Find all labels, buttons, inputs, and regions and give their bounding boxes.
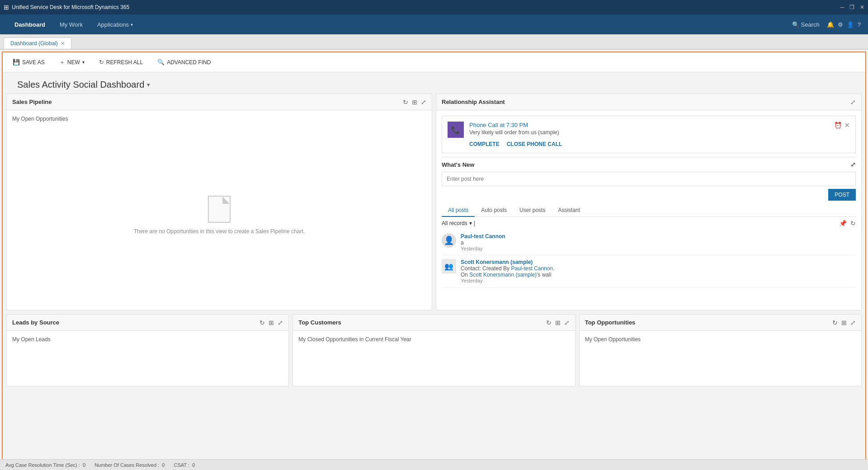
whats-new-expand-icon[interactable]: ⤢ (850, 161, 856, 168)
top-opp-title: Top Opportunities (585, 319, 636, 326)
leads-refresh-icon[interactable]: ↻ (259, 319, 265, 326)
save-as-icon: 💾 (13, 59, 20, 66)
top-customers-expand-icon[interactable]: ⤢ (564, 319, 570, 326)
leads-subtitle: My Open Leads (12, 336, 283, 343)
app-title: Unified Service Desk for Microsoft Dynam… (12, 4, 840, 10)
post-link-author[interactable]: Paul-test Cannon (511, 265, 553, 272)
post-time-1: Yesterday (461, 246, 856, 251)
tab-assistant[interactable]: Assistant (552, 204, 586, 216)
advanced-find-button[interactable]: 🔍 ADVANCED FIND (155, 57, 213, 67)
nav-dashboard[interactable]: Dashboard (7, 14, 52, 34)
search-button[interactable]: 🔍 Search (788, 19, 823, 30)
top-customers-refresh-icon[interactable]: ↻ (546, 319, 552, 326)
records-actions: 📌 ↻ (839, 220, 856, 227)
post-time-2: Yesterday (461, 278, 856, 283)
sales-pipeline-subtitle: My Open Opportunities (12, 116, 426, 122)
whats-new-section: What's New ⤢ POST All posts Auto posts U… (442, 157, 856, 287)
minimize-button[interactable]: ─ (840, 4, 844, 10)
help-icon[interactable]: ? (858, 21, 861, 28)
top-opp-subtitle: My Open Opportunities (585, 336, 856, 343)
post-item-2: 👥 Scott Konersmann (sample) Contact: Cre… (442, 255, 856, 287)
advanced-find-icon: 🔍 (157, 59, 165, 66)
new-icon: ＋ (59, 58, 65, 66)
sales-pipeline-widget: Sales Pipeline ↻ ⊞ ⤢ My Open Opportuniti… (6, 94, 432, 310)
sales-pipeline-header: Sales Pipeline ↻ ⊞ ⤢ (7, 94, 432, 110)
post-author-1[interactable]: Paul-test Cannon (461, 233, 856, 240)
top-customers-body: My Closed Opportunities in Current Fisca… (293, 331, 575, 386)
pin-icon[interactable]: 📌 (839, 220, 847, 227)
refresh-all-button[interactable]: ↻ REFRESH ALL (96, 57, 146, 67)
new-dropdown-icon: ▾ (82, 60, 85, 65)
post-text-1: a (461, 240, 856, 246)
leads-header: Leads by Source ↻ ⊞ ⤢ (7, 315, 288, 331)
post-text-2: Contact: Created By Paul-test Cannon. On… (461, 265, 856, 278)
ra-card-desc: Very likely will order from us (sample) (469, 129, 829, 136)
applications-chevron-icon: ▾ (131, 22, 133, 27)
post-author-2[interactable]: Scott Konersmann (sample) (461, 259, 856, 265)
refresh-posts-icon[interactable]: ↻ (850, 220, 856, 227)
sales-pipeline-expand-icon[interactable]: ⤢ (421, 99, 426, 106)
save-as-button[interactable]: 💾 SAVE AS (10, 57, 47, 67)
dashboard-wrapper: 💾 SAVE AS ＋ NEW ▾ ↻ REFRESH ALL 🔍 ADVANC… (2, 52, 866, 470)
top-opp-body: My Open Opportunities (580, 331, 861, 386)
nav-applications[interactable]: Applications ▾ (90, 14, 140, 34)
sales-pipeline-title: Sales Pipeline (12, 99, 52, 105)
tab-user-posts[interactable]: User posts (513, 204, 552, 216)
refresh-icon: ↻ (99, 59, 104, 66)
post-item-1: 👤 Paul-test Cannon a Yesterday (442, 230, 856, 255)
settings-icon[interactable]: ⚙ (838, 21, 843, 28)
leads-actions: ↻ ⊞ ⤢ (259, 319, 283, 326)
status-item-1: Avg Case Resolution Time (Sec) : 0 (5, 462, 85, 468)
post-link-contact[interactable]: Scott Konersmann (sample) (469, 272, 537, 278)
sales-pipeline-settings-icon[interactable]: ⊞ (412, 99, 417, 106)
ra-body: 📞 Phone Call at 7:30 PM Very likely will… (436, 110, 861, 310)
leads-settings-icon[interactable]: ⊞ (269, 319, 274, 326)
top-customers-subtitle: My Closed Opportunities in Current Fisca… (298, 336, 569, 343)
tab-dashboard-global[interactable]: Dashboard (Global) ✕ (4, 38, 71, 49)
dashboard-title-dropdown[interactable]: ▾ (147, 81, 150, 88)
sales-pipeline-refresh-icon[interactable]: ↻ (403, 99, 408, 106)
new-button[interactable]: ＋ NEW ▾ (57, 56, 87, 68)
top-widget-row: Sales Pipeline ↻ ⊞ ⤢ My Open Opportuniti… (3, 94, 865, 310)
sales-pipeline-no-data: There are no Opportunities in this view … (12, 126, 426, 305)
ra-actions: ⤢ (850, 99, 856, 106)
ra-title: Relationship Assistant (442, 99, 505, 105)
ra-expand-icon[interactable]: ⤢ (850, 99, 856, 106)
ra-card-controls: ⏰ ✕ (834, 122, 850, 147)
filter-chevron-icon: ▾ (469, 220, 472, 226)
nav-bar: Dashboard My Work Applications ▾ 🔍 Searc… (0, 14, 868, 34)
leads-expand-icon[interactable]: ⤢ (278, 319, 283, 326)
dashboard-title: Sales Activity Social Dashboard ▾ (17, 80, 851, 90)
post-input[interactable] (442, 172, 856, 186)
ra-card-title: Phone Call at 7:30 PM (469, 122, 829, 128)
notification-icon[interactable]: 🔔 (827, 21, 834, 28)
top-opp-expand-icon[interactable]: ⤢ (850, 319, 856, 326)
title-bar: ⊞ Unified Service Desk for Microsoft Dyn… (0, 0, 868, 14)
ra-dismiss-icon[interactable]: ✕ (844, 122, 850, 147)
top-opp-refresh-icon[interactable]: ↻ (832, 319, 838, 326)
ra-card-content: Phone Call at 7:30 PM Very likely will o… (469, 122, 829, 147)
close-button[interactable]: ✕ (860, 4, 864, 10)
ra-close-link[interactable]: CLOSE PHONE CALL (507, 141, 562, 147)
top-customers-widget: Top Customers ↻ ⊞ ⤢ My Closed Opportunit… (292, 314, 575, 386)
user-icon[interactable]: 👤 (847, 21, 854, 28)
ra-snooze-icon[interactable]: ⏰ (834, 122, 842, 147)
ra-card: 📞 Phone Call at 7:30 PM Very likely will… (442, 116, 856, 153)
leads-by-source-widget: Leads by Source ↻ ⊞ ⤢ My Open Leads (6, 314, 289, 386)
ra-card-actions: COMPLETE CLOSE PHONE CALL (469, 141, 829, 147)
restore-button[interactable]: ❐ (849, 4, 854, 10)
search-icon: 🔍 (792, 21, 799, 28)
post-button[interactable]: POST (828, 189, 856, 201)
top-opportunities-widget: Top Opportunities ↻ ⊞ ⤢ My Open Opportun… (579, 314, 862, 386)
nav-mywork[interactable]: My Work (52, 14, 90, 34)
tab-all-posts[interactable]: All posts (442, 204, 475, 217)
top-customers-settings-icon[interactable]: ⊞ (555, 319, 561, 326)
tab-close-icon[interactable]: ✕ (61, 41, 65, 47)
records-dropdown[interactable]: All records ▾ | (442, 220, 475, 226)
top-opp-settings-icon[interactable]: ⊞ (841, 319, 847, 326)
no-data-icon (208, 196, 231, 223)
top-customers-header: Top Customers ↻ ⊞ ⤢ (293, 315, 575, 331)
ra-complete-link[interactable]: COMPLETE (469, 141, 500, 147)
post-avatar-2: 👥 (442, 259, 456, 273)
tab-auto-posts[interactable]: Auto posts (475, 204, 513, 216)
